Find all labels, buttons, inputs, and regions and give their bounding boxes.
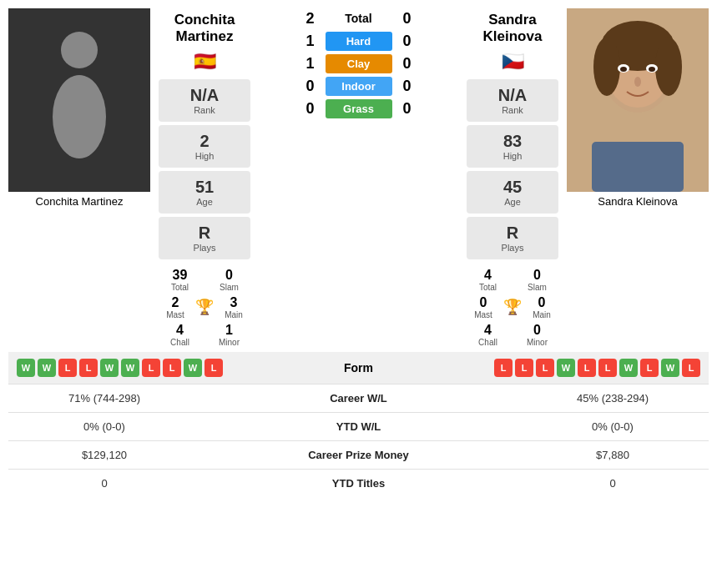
prize-money-label: Career Prize Money (188, 449, 529, 461)
left-player-photo-block: Conchita Martinez (8, 8, 150, 209)
right-spacer (567, 268, 709, 347)
total-score-row: 2 Total 0 (263, 8, 454, 28)
right-player-photo-block: Sandra Kleinova (567, 8, 709, 209)
right-player-small-stats: 4 Total 0 Slam 0 Mast 🏆 0 Main (458, 268, 567, 347)
right-form-1: L (494, 359, 513, 377)
svg-point-12 (634, 77, 641, 87)
right-plays-label: Plays (475, 243, 550, 253)
left-total-stat: 39 Total (159, 268, 201, 292)
ytd-wl-label: YTD W/L (188, 420, 529, 433)
left-minor-stat: 1 Minor (208, 323, 250, 347)
main-container: Conchita Martinez ConchitaMartinez 🇪🇸 N/… (0, 0, 717, 505)
clay-score-row: 1 Clay 0 (263, 54, 454, 73)
right-chall-minor: 4 Chall 0 Minor (467, 323, 558, 347)
clay-badge: Clay (326, 54, 392, 73)
small-stats-section: 39 Total 0 Slam 2 Mast 🏆 3 Main (8, 268, 709, 347)
right-form-2: L (515, 359, 533, 377)
indoor-badge: Indoor (326, 77, 392, 96)
left-form-badges: W W L L W W L L W L (17, 359, 223, 377)
right-form-8: L (640, 359, 659, 377)
right-grass-score: 0 (399, 100, 416, 118)
right-ytd-wl: 0% (0-0) (529, 420, 696, 433)
ytd-titles-row: 0 YTD Titles 0 (8, 469, 709, 497)
prize-money-row: $129,120 Career Prize Money $7,880 (8, 440, 709, 469)
left-mast-stat: 2 Mast (159, 295, 192, 319)
left-rank-box: N/A Rank (159, 79, 250, 122)
left-form-5: W (100, 359, 119, 377)
left-plays-value: R (167, 224, 242, 243)
svg-point-0 (61, 32, 98, 68)
left-form-8: L (163, 359, 181, 377)
form-label: Form (344, 361, 373, 374)
svg-rect-13 (592, 142, 684, 192)
right-career-wl: 45% (238-294) (529, 392, 696, 405)
left-ytd-titles: 0 (21, 477, 188, 490)
left-rank-label: Rank (167, 105, 242, 115)
hard-badge: Hard (326, 32, 392, 51)
right-chall-stat: 4 Chall (467, 323, 509, 347)
right-hard-score: 0 (399, 33, 416, 50)
right-form-4: W (557, 359, 575, 377)
svg-point-11 (649, 67, 655, 72)
svg-point-6 (593, 38, 620, 96)
left-form-7: L (142, 359, 160, 377)
left-clay-score: 1 (302, 55, 319, 73)
left-player-name: ConchitaMartinez (174, 12, 235, 46)
right-total-slam: 4 Total 0 Slam (467, 268, 558, 292)
center-spacer (259, 268, 458, 347)
left-rank-value: N/A (167, 86, 242, 105)
left-small-stats (8, 268, 150, 347)
right-rank-value: N/A (475, 86, 550, 105)
left-form-1: W (17, 359, 35, 377)
left-grass-score: 0 (302, 100, 319, 118)
left-career-wl: 71% (744-298) (21, 392, 188, 405)
svg-point-10 (620, 67, 627, 72)
left-indoor-score: 0 (302, 78, 319, 95)
left-total-slam: 39 Total 0 Slam (159, 268, 250, 292)
left-ytd-wl: 0% (0-0) (21, 420, 188, 433)
left-high-box: 2 High (159, 125, 250, 168)
left-player-stats: ConchitaMartinez 🇪🇸 N/A Rank 2 High 51 A… (150, 8, 259, 263)
left-hard-score: 1 (302, 33, 319, 50)
svg-point-1 (53, 75, 106, 158)
left-age-value: 51 (167, 178, 242, 197)
bottom-stats: 71% (744-298) Career W/L 45% (238-294) 0… (8, 384, 709, 497)
right-high-label: High (475, 151, 550, 161)
right-high-value: 83 (475, 132, 550, 151)
right-total-score: 0 (399, 10, 416, 28)
indoor-score-row: 0 Indoor 0 (263, 77, 454, 96)
left-age-box: 51 Age (159, 171, 250, 214)
right-age-value: 45 (475, 178, 550, 197)
center-column: 2 Total 0 1 Hard 0 1 Clay 0 0 Indo (259, 8, 458, 122)
ytd-titles-label: YTD Titles (188, 477, 529, 490)
left-total-score: 2 (302, 10, 319, 28)
right-player-stats: SandraKleinova 🇨🇿 N/A Rank 83 High 45 Ag… (458, 8, 567, 263)
right-high-box: 83 High (467, 125, 558, 168)
right-age-box: 45 Age (467, 171, 558, 214)
left-form-4: L (79, 359, 98, 377)
right-player-photo (567, 8, 709, 192)
right-ytd-titles: 0 (529, 477, 696, 490)
left-player-small-stats: 39 Total 0 Slam 2 Mast 🏆 3 Main (150, 268, 259, 347)
left-player-photo (8, 8, 150, 192)
right-form-badges: L L L W L L W L W L (494, 359, 700, 377)
left-prize-money: $129,120 (21, 449, 188, 461)
right-form-7: W (619, 359, 638, 377)
right-rank-label: Rank (475, 105, 550, 115)
right-mast-stat: 0 Mast (467, 295, 500, 319)
right-total-stat: 4 Total (467, 268, 509, 292)
right-indoor-score: 0 (399, 78, 416, 95)
right-slam-stat: 0 Slam (516, 268, 558, 292)
left-form-3: L (58, 359, 77, 377)
left-player-flag: 🇪🇸 (194, 51, 216, 73)
left-form-9: W (184, 359, 202, 377)
left-mast-main: 2 Mast 🏆 3 Main (159, 295, 250, 319)
total-label: Total (326, 8, 392, 28)
left-form-2: W (38, 359, 56, 377)
right-age-label: Age (475, 197, 550, 207)
left-slam-stat: 0 Slam (208, 268, 250, 292)
right-plays-value: R (475, 224, 550, 243)
comparison-layout: Conchita Martinez ConchitaMartinez 🇪🇸 N/… (8, 8, 709, 263)
right-main-stat: 0 Main (525, 295, 558, 319)
left-plays-box: R Plays (159, 217, 250, 259)
